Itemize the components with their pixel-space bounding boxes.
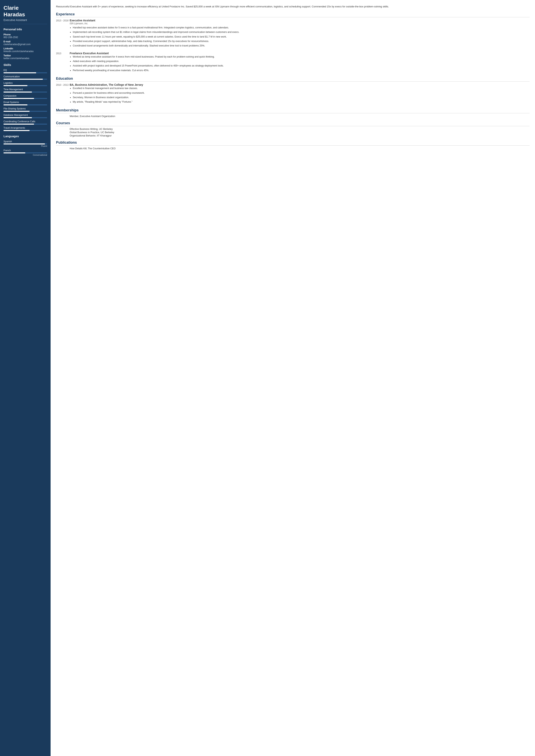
publications-list: How Details Kill, The Counterintuitive C… [56, 147, 529, 150]
skill-item: Email Systems [4, 101, 47, 105]
skills-section-title: Skills [4, 63, 47, 67]
skill-bar-bg [4, 92, 47, 93]
linkedin-label: LinkedIn [4, 47, 47, 50]
skill-item: Logistics [4, 82, 47, 86]
skill-bar-bg [4, 117, 47, 118]
skill-bar-bg [4, 123, 47, 124]
education-entries: 2010 - 2013 BA, Business Administration,… [56, 83, 529, 105]
skill-name: Travel Arrangements [4, 126, 47, 129]
skill-bar-bg [4, 104, 47, 105]
skill-bar-bg [4, 130, 47, 131]
skill-bar-fill [4, 92, 32, 93]
skill-bar-fill [4, 104, 27, 105]
entry-degree: BA, Business Administration, The College… [70, 83, 529, 86]
entry-date: 2010 - 2013 [56, 83, 70, 105]
entry-content: Executive Assistant ISN Lipmann, Inc. Ha… [70, 19, 529, 49]
experience-entry: 2013 Freelance Executive Assistant Worke… [56, 52, 529, 73]
bullet-item: Excelled in financial management and bus… [73, 87, 529, 90]
bullet-item: Worked as temp executive assistant for 4… [73, 55, 529, 59]
memberships-section: Memberships Member, Executive Assistant … [56, 108, 529, 118]
course-item: Global Business in Practice, UC Berkeley [56, 131, 529, 134]
skill-bar-bg [4, 85, 47, 86]
skill-item: Communication [4, 75, 47, 80]
skill-bar-fill [4, 130, 30, 131]
education-entry: 2010 - 2013 BA, Business Administration,… [56, 83, 529, 105]
bullet-item: My article, "Reading Minds" was reprinte… [73, 100, 529, 104]
skill-bar-bg [4, 79, 47, 80]
sidebar: ClarieHaradas Executive Assistant Person… [0, 0, 51, 756]
bullet-item: Pursued a passion for business ethics an… [73, 91, 529, 95]
bullet-item: Provided executive project support, admi… [73, 40, 529, 43]
publications-title: Publications [56, 141, 529, 146]
course-item: Organizational Behavior, IIT Kharagpur [56, 134, 529, 137]
language-item: French Conversational [4, 149, 47, 156]
skill-name: File-Sharing Systems [4, 107, 47, 110]
skill-bar-fill [4, 85, 27, 86]
skill-bar-fill [4, 123, 34, 124]
skill-item: Compassion [4, 94, 47, 99]
linkedin-value: linkedin.com/in/clarieharadas [4, 50, 47, 53]
skill-bar-fill [4, 72, 36, 73]
memberships-list: Member, Executive Assistant Organization [56, 115, 529, 118]
experience-section: Experience 2013 - 2018 Executive Assista… [56, 12, 529, 73]
bullet-item: Coordinated travel arrangements both dom… [73, 44, 529, 48]
email-value: clarieharadas@gmail.com [4, 43, 47, 46]
twitter-label: Twitter [4, 54, 47, 57]
skill-item: Database Management [4, 114, 47, 118]
skill-bar-fill [4, 117, 32, 118]
skill-name: Time Management [4, 88, 47, 91]
skill-name: Compassion [4, 94, 47, 97]
education-title: Education [56, 77, 529, 82]
personal-info-section-title: Personal Info [4, 28, 47, 31]
membership-item: Member, Executive Assistant Organization [56, 115, 529, 118]
bullet-item: Handled top executive assistant duties f… [73, 26, 529, 30]
bullet-item: Implemented call-recording system that c… [73, 30, 529, 34]
entry-job-title: Freelance Executive Assistant [70, 52, 529, 55]
phone-label: Phone [4, 33, 47, 36]
skill-name: Coordinating Conference Calls [4, 120, 47, 123]
skill-item: Coordinating Conference Calls [4, 120, 47, 124]
bullet-item: Aided executives with meeting preparatio… [73, 60, 529, 63]
entry-job-title: Executive Assistant [70, 19, 529, 22]
experience-entry: 2013 - 2018 Executive Assistant ISN Lipm… [56, 19, 529, 49]
languages-list: Spanish Fluent French Conversational [4, 140, 47, 156]
language-bar-bg [4, 152, 47, 153]
skill-item: Travel Arrangements [4, 126, 47, 131]
experience-title: Experience [56, 12, 529, 17]
skill-item: EQ [4, 69, 47, 73]
candidate-title: Executive Assistant [4, 18, 47, 24]
skill-item: Time Management [4, 88, 47, 93]
language-level: Fluent [4, 145, 47, 147]
entry-content: BA, Business Administration, The College… [70, 83, 529, 105]
bullet-item: Performed weekly proofreading of executi… [73, 68, 529, 72]
language-level: Conversational [4, 154, 47, 156]
entry-content: Freelance Executive Assistant Worked as … [70, 52, 529, 73]
entry-bullets: Excelled in financial management and bus… [70, 87, 529, 104]
experience-entries: 2013 - 2018 Executive Assistant ISN Lipm… [56, 19, 529, 73]
skill-bar-bg [4, 98, 47, 99]
education-section: Education 2010 - 2013 BA, Business Admin… [56, 77, 529, 105]
publication-item: How Details Kill, The Counterintuitive C… [56, 147, 529, 150]
entry-date: 2013 - 2018 [56, 19, 70, 49]
course-item: Effective Business Writing, UC Berkeley [56, 128, 529, 130]
language-bar-fill [4, 152, 25, 153]
skill-name: Email Systems [4, 101, 47, 104]
entry-bullets: Handled top executive assistant duties f… [70, 26, 529, 48]
skill-name: Communication [4, 75, 47, 78]
publications-section: Publications How Details Kill, The Count… [56, 141, 529, 150]
skill-bar-fill [4, 79, 43, 80]
main-content: Resourceful Executive Assistant with 5+ … [51, 0, 535, 756]
entry-bullets: Worked as temp executive assistant for 4… [70, 55, 529, 72]
skills-list: EQ Communication Logistics Time Manageme… [4, 69, 47, 131]
entry-date: 2013 [56, 52, 70, 73]
skill-bar-fill [4, 98, 34, 99]
courses-title: Courses [56, 121, 529, 126]
language-name: Spanish [4, 140, 47, 143]
language-bar-fill [4, 144, 45, 145]
skill-bar-bg [4, 111, 47, 112]
skill-bar-bg [4, 72, 47, 73]
memberships-title: Memberships [56, 108, 529, 113]
bullet-item: Saved each top-level exec 11 hours per w… [73, 35, 529, 39]
skill-name: EQ [4, 69, 47, 71]
skill-name: Logistics [4, 82, 47, 84]
